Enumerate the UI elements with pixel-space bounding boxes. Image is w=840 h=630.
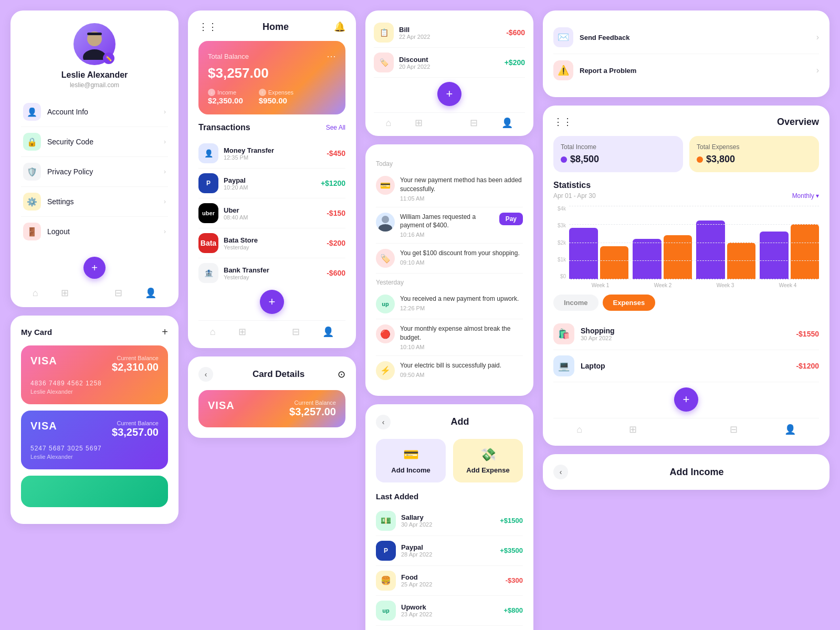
- list-item[interactable]: 📋 Bill 22 Apr 2022 -$600: [376, 626, 523, 630]
- table-row[interactable]: Bata Bata Store Yesterday -$200: [198, 228, 345, 258]
- notifications-card: Today 💳 Your new payment method has been…: [365, 144, 533, 396]
- tx-amount: -$600: [327, 269, 345, 277]
- nav-cards-icon[interactable]: ⊞: [238, 326, 246, 338]
- item-name: Upwork: [401, 603, 503, 611]
- visa-card-1[interactable]: VISA Current Balance $2,310.00 4836 7489…: [21, 345, 168, 404]
- back-button[interactable]: ‹: [553, 465, 568, 479]
- see-all-button[interactable]: See All: [326, 124, 345, 131]
- list-item[interactable]: 💻 Laptop -$1200: [553, 350, 819, 382]
- nav-card-icon[interactable]: ⊞: [61, 287, 69, 299]
- nav-chart-icon[interactable]: ⊟: [730, 424, 738, 435]
- card-balance-label-2: Current Balance: [112, 420, 159, 426]
- chevron-right-icon: ›: [164, 108, 166, 116]
- privacy-policy-icon: 🛡️: [23, 163, 41, 181]
- total-income-value: $8,500: [561, 154, 676, 165]
- add-card-button[interactable]: +: [162, 326, 168, 338]
- item-amount: -$300: [506, 576, 523, 584]
- pay-button[interactable]: Pay: [499, 213, 523, 225]
- menu-item-logout[interactable]: 🚪 Logout ›: [21, 217, 168, 246]
- item-icon: 🍔: [376, 571, 396, 591]
- stats-date-range: Apr 01 - Apr 30: [553, 192, 596, 200]
- list-item[interactable]: P Paypal 28 Apr 2022 +$3500: [376, 536, 523, 566]
- nav-cards-icon[interactable]: ⊞: [415, 117, 423, 129]
- back-button[interactable]: ‹: [198, 367, 213, 382]
- back-button[interactable]: ‹: [376, 415, 391, 429]
- notif-icon: 🔴: [376, 324, 395, 343]
- tx-name: Bank Transfer: [224, 266, 327, 274]
- svg-point-3: [382, 216, 389, 223]
- nav-home-icon[interactable]: ⌂: [33, 288, 38, 299]
- card-details-balance-label: Current Balance: [289, 400, 336, 406]
- report-problem-icon: ⚠️: [553, 60, 573, 80]
- notif-text: Your new payment method has been added s…: [400, 176, 523, 194]
- income-label: ↓ Income: [208, 89, 243, 96]
- table-row[interactable]: 👤 Money Transfer 12:35 PM -$450: [198, 139, 345, 169]
- edit-avatar-button[interactable]: ✏️: [103, 52, 114, 64]
- add-expense-label: Add Expense: [466, 466, 509, 474]
- nav-stats-icon[interactable]: ⊟: [292, 326, 300, 338]
- table-row[interactable]: P Paypal 10:20 AM +$1200: [198, 169, 345, 198]
- dots-icon[interactable]: ⋮⋮: [198, 21, 217, 33]
- menu-item-security-code[interactable]: 🔒 Security Code ›: [21, 127, 168, 157]
- list-item[interactable]: 💵 Sallary 30 Apr 2022 +$1500: [376, 506, 523, 536]
- expense-label: ↑ Expenses: [259, 89, 293, 96]
- tx-time: Yesterday: [224, 274, 327, 280]
- nav-home-icon[interactable]: ⌂: [386, 118, 392, 129]
- send-feedback-item[interactable]: ✉️ Send Feedback ›: [553, 21, 819, 54]
- menu-label-account-info: Account Info: [47, 108, 164, 116]
- chart-x-label-w4: Week 4: [757, 282, 819, 288]
- visa-card-3[interactable]: [21, 476, 168, 507]
- item-icon: 💵: [376, 511, 396, 531]
- add-income-button[interactable]: 💳 Add Income: [376, 439, 446, 482]
- nav-chart-icon[interactable]: ⊟: [114, 287, 122, 299]
- notif-icon: 💳: [376, 176, 395, 195]
- menu-item-privacy-policy[interactable]: 🛡️ Privacy Policy ›: [21, 157, 168, 187]
- expenses-toggle-button[interactable]: Expenses: [603, 295, 656, 311]
- menu-label-settings: Settings: [47, 197, 164, 206]
- bar-w3-income: [696, 220, 725, 279]
- fab-button[interactable]: +: [83, 257, 106, 279]
- bell-icon[interactable]: 🔔: [334, 21, 345, 33]
- item-amount: +$1500: [500, 517, 523, 524]
- stats-filter-button[interactable]: Monthly ▾: [792, 192, 819, 200]
- home-fab-button[interactable]: +: [260, 290, 284, 314]
- menu-label-privacy-policy: Privacy Policy: [47, 167, 164, 176]
- report-problem-item[interactable]: ⚠️ Report a Problem ›: [553, 54, 819, 87]
- profile-card: ✏️ Leslie Alexander leslie@gmail.com 👤 A…: [10, 10, 178, 307]
- top-fab-button[interactable]: +: [437, 82, 461, 106]
- table-row[interactable]: 📋 Bill 22 Apr 2022 -$600: [374, 18, 525, 48]
- table-row[interactable]: 🏦 Bank Transfer Yesterday -$600: [198, 258, 345, 288]
- list-item[interactable]: 🛍️ Shopping 30 Apr 2022 -$1550: [553, 318, 819, 350]
- menu-label-security-code: Security Code: [47, 138, 164, 146]
- income-toggle-button[interactable]: Income: [553, 295, 598, 311]
- item-name: Paypal: [401, 543, 500, 551]
- nav-home-icon[interactable]: ⌂: [576, 424, 582, 435]
- add-expense-button[interactable]: 💸 Add Expense: [453, 439, 523, 482]
- nav-bar-icon[interactable]: ⊞: [629, 424, 637, 435]
- balance-more-icon[interactable]: ⋯: [327, 50, 336, 62]
- nav-profile-icon[interactable]: 👤: [322, 326, 334, 338]
- menu-item-account-info[interactable]: 👤 Account Info ›: [21, 97, 168, 127]
- visa-card-2[interactable]: VISA Current Balance $3,257.00 5247 5687…: [21, 411, 168, 469]
- settings-icon[interactable]: ⊙: [338, 369, 345, 380]
- nav-home-icon[interactable]: ⌂: [210, 327, 216, 338]
- list-item[interactable]: up Upwork 23 Apr 2022 +$800: [376, 596, 523, 626]
- nav-profile-icon[interactable]: 👤: [145, 287, 156, 299]
- tx-amount: -$600: [506, 28, 525, 37]
- menu-item-settings[interactable]: ⚙️ Settings ›: [21, 187, 168, 217]
- bar-w1-income: [569, 228, 598, 279]
- visa-brand-2: VISA: [30, 420, 57, 432]
- nav-profile-icon[interactable]: 👤: [501, 117, 513, 129]
- overview-fab-button[interactable]: +: [674, 387, 698, 412]
- nav-profile-icon[interactable]: 👤: [784, 424, 796, 435]
- tx-logo: uber: [198, 203, 218, 223]
- table-row[interactable]: uber Uber 08:40 AM -$150: [198, 198, 345, 228]
- bar-w1-expense: [600, 246, 629, 279]
- table-row[interactable]: 🏷️ Discount 20 Apr 2022 +$200: [374, 48, 525, 78]
- tx-time: 20 Apr 2022: [399, 64, 505, 70]
- statistics-title: Statistics: [553, 181, 591, 190]
- nav-stats-icon[interactable]: ⊟: [470, 117, 478, 129]
- list-item[interactable]: 🍔 Food 25 Apr 2022 -$300: [376, 566, 523, 596]
- item-amount: +$800: [503, 606, 523, 614]
- notif-time: 11:05 AM: [400, 195, 523, 202]
